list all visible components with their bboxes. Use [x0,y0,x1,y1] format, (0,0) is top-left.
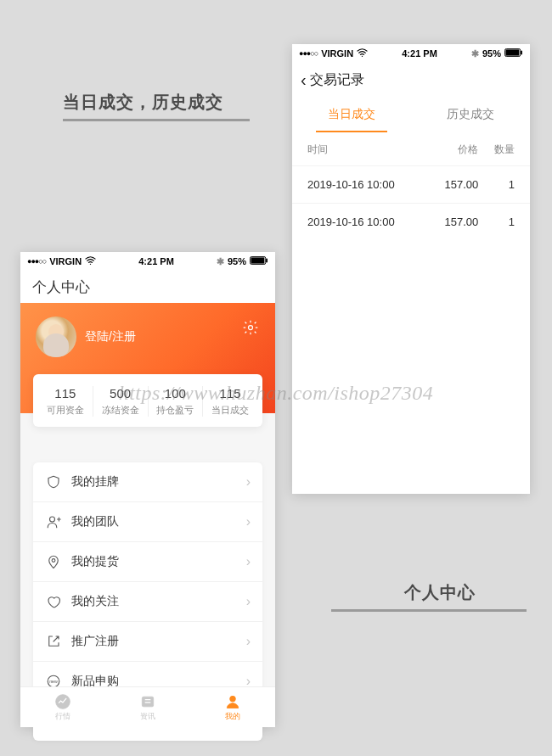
menu-label: 我的关注 [71,594,246,609]
menu-label: 我的团队 [71,514,246,529]
stat-available-funds[interactable]: 115 可用资金 [38,386,93,417]
col-header-price: 价格 [426,143,478,157]
user-plus-icon [45,513,62,530]
login-text: 登陆/注册 [85,329,136,344]
col-header-qty: 数量 [478,143,515,157]
cell-time: 2019-10-16 10:00 [307,178,426,191]
stat-value: 115 [203,386,257,400]
stat-value: 115 [38,386,93,400]
carrier-label: VIRGIN [321,48,353,59]
section-underline [63,119,250,121]
table-row: 2019-10-16 10:00 157.00 1 [292,165,530,203]
menu-item-promote-register[interactable]: 推广注册 › [33,622,262,662]
bluetooth-icon: ✱ [471,48,479,59]
tab-market[interactable]: 行情 [20,687,105,727]
tab-news[interactable]: 资讯 [105,687,190,727]
stat-label: 当日成交 [203,404,257,417]
chevron-right-icon: › [246,634,251,649]
svg-point-15 [230,696,236,702]
stat-position-pnl[interactable]: 100 持仓盈亏 [148,386,203,417]
avatar [36,316,76,357]
phone-records: ●●●○○ VIRGIN 4:21 PM ✱ 95% ‹ 交易记录 当日成交 历… [292,44,530,494]
tab-label: 行情 [55,711,70,722]
carrier-label: VIRGIN [49,256,82,266]
stat-today-deals[interactable]: 115 当日成交 [202,386,257,417]
svg-point-10 [52,559,55,563]
menu-item-my-pickup[interactable]: 我的提货 › [33,542,262,582]
tab-mine[interactable]: 我的 [190,687,275,727]
clock-label: 4:21 PM [402,48,437,59]
section-heading-profile: 个人中心 [404,581,476,604]
menu-label: 推广注册 [71,634,246,649]
svg-point-8 [249,326,253,330]
login-register-button[interactable]: 登陆/注册 [36,316,136,357]
user-icon [224,693,241,710]
chart-icon [54,693,71,710]
stat-label: 可用资金 [38,404,93,417]
gear-icon [242,319,259,336]
tab-today-deals[interactable]: 当日成交 [292,97,411,132]
tab-history-deals[interactable]: 历史成交 [411,97,530,132]
section-underline [331,609,527,612]
nav-bar: 个人中心 [20,271,275,303]
svg-point-4 [90,264,91,265]
nav-title: 个人中心 [32,277,90,297]
map-pin-icon [45,553,62,570]
svg-rect-14 [142,697,153,707]
menu-label: 我的提货 [71,554,246,569]
nav-bar: ‹ 交易记录 [292,63,530,97]
stat-value: 100 [149,386,203,400]
battery-icon [504,48,523,59]
cell-qty: 1 [478,216,515,228]
heart-icon [45,593,62,610]
stat-value: 500 [93,386,148,400]
col-header-time: 时间 [307,143,426,157]
menu-item-my-listing[interactable]: 我的挂牌 › [33,462,262,502]
status-bar: ●●●○○ VIRGIN 4:21 PM ✱ 95% [20,252,275,271]
bottom-tab-bar: 行情 资讯 我的 [20,686,275,727]
record-tabs: 当日成交 历史成交 [292,97,530,132]
menu-item-my-team[interactable]: 我的团队 › [33,502,262,542]
nav-title: 交易记录 [310,71,364,89]
bluetooth-icon: ✱ [217,256,224,267]
svg-text:new: new [49,679,58,684]
chevron-right-icon: › [246,514,251,529]
chevron-right-icon: › [246,594,251,609]
news-icon [139,693,156,710]
chevron-right-icon: › [246,554,251,569]
svg-rect-6 [251,257,264,263]
battery-label: 95% [228,256,246,266]
stat-label: 冻结资金 [93,404,148,417]
profile-body: 115 可用资金 500 冻结资金 100 持仓盈亏 115 当日成交 我的挂牌… [20,413,275,686]
stat-frozen-funds[interactable]: 500 冻结资金 [93,386,148,417]
chevron-right-icon: › [246,474,251,490]
signal-dots-icon: ●●●○○ [299,49,318,58]
status-bar: ●●●○○ VIRGIN 4:21 PM ✱ 95% [292,44,530,63]
cell-time: 2019-10-16 10:00 [307,216,426,228]
section-heading-records: 当日成交，历史成交 [63,91,223,114]
signal-dots-icon: ●●●○○ [27,257,46,266]
back-icon[interactable]: ‹ [301,71,307,88]
stats-card: 115 可用资金 500 冻结资金 100 持仓盈亏 115 当日成交 [33,374,262,427]
battery-icon [250,256,268,266]
svg-point-0 [362,56,363,57]
svg-rect-2 [505,49,519,55]
tab-label: 资讯 [140,711,155,722]
cell-price: 157.00 [426,178,478,191]
menu-item-my-favorites[interactable]: 我的关注 › [33,582,262,622]
phone-profile: ●●●○○ VIRGIN 4:21 PM ✱ 95% 个人中心 登陆/注册 [20,252,275,727]
cell-price: 157.00 [426,216,478,228]
svg-rect-7 [266,259,268,263]
settings-button[interactable] [241,318,260,337]
svg-rect-3 [521,51,522,55]
shield-icon [45,473,62,490]
battery-label: 95% [482,48,501,59]
wifi-icon [84,256,96,266]
cell-qty: 1 [478,178,515,191]
menu-label: 我的挂牌 [71,474,246,490]
table-header: 时间 价格 数量 [292,132,530,165]
svg-point-9 [50,517,55,522]
wifi-icon [356,48,368,59]
clock-label: 4:21 PM [138,256,174,266]
table-row: 2019-10-16 10:00 157.00 1 [292,203,530,240]
